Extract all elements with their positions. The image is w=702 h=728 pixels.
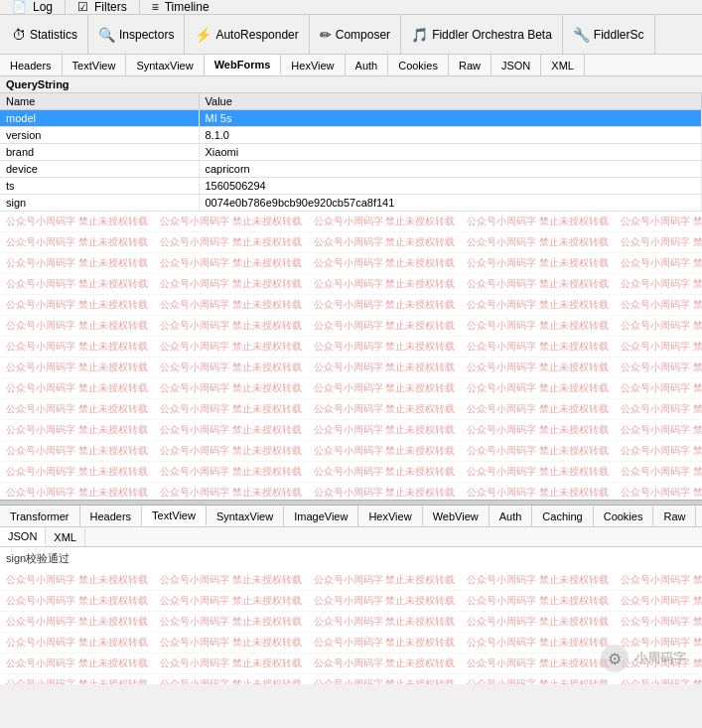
watermark-text: 公众号小周码字 禁止未授权转载 xyxy=(308,298,462,312)
inspectors-tool[interactable]: 🔍 Inspectors xyxy=(88,15,185,54)
watermark-bottom: ⚙ 小周码字 公众号小周码字 禁止未授权转载公众号小周码字 禁止未授权转载公众号… xyxy=(0,570,702,684)
watermark-text: 公众号小周码字 禁止未授权转载 xyxy=(461,465,615,479)
tab-syntaxview[interactable]: SyntaxView xyxy=(126,55,204,75)
watermark-text: 公众号小周码字 禁止未授权转载 xyxy=(154,319,308,333)
inspectors-icon: 🔍 xyxy=(98,27,115,43)
table-row[interactable]: sign0074e0b786e9bcb90e920cb57ca8f141 xyxy=(0,195,702,212)
watermark-text: 公众号小周码字 禁止未授权转载 xyxy=(0,235,154,249)
bottom-tab-syntaxview[interactable]: SyntaxView xyxy=(207,506,284,526)
watermark-line: 公众号小周码字 禁止未授权转载公众号小周码字 禁止未授权转载公众号小周码字 禁止… xyxy=(0,295,702,316)
bottom-subtab-xml[interactable]: XML xyxy=(46,527,85,546)
autoresponder-tool[interactable]: ⚡ AutoResponder xyxy=(185,15,309,54)
statistics-label: Statistics xyxy=(30,28,77,42)
cell-value: 8.1.0 xyxy=(199,127,702,144)
watermark-text: 公众号小周码字 禁止未授权转载 xyxy=(308,594,462,608)
query-string-table-container: Name Value modelMI 5sversion8.1.0brandXi… xyxy=(0,93,702,212)
watermark-text: 公众号小周码字 禁止未授权转载 xyxy=(615,298,702,312)
watermark-text: 公众号小周码字 禁止未授权转载 xyxy=(154,636,308,650)
watermark-line: 公众号小周码字 禁止未授权转载公众号小周码字 禁止未授权转载公众号小周码字 禁止… xyxy=(0,633,702,654)
tab-auth[interactable]: Auth xyxy=(346,55,389,75)
watermark-text: 公众号小周码字 禁止未授权转载 xyxy=(154,340,308,354)
bottom-tab-caching[interactable]: Caching xyxy=(532,506,593,526)
tab-hexview[interactable]: HexView xyxy=(281,55,345,75)
watermark-text: 公众号小周码字 禁止未授权转载 xyxy=(461,594,615,608)
cell-value: 0074e0b786e9bcb90e920cb57ca8f141 xyxy=(199,195,702,212)
bottom-tab-headers[interactable]: Headers xyxy=(80,506,143,526)
cell-name: ts xyxy=(0,178,199,195)
watermark-text: 公众号小周码字 禁止未授权转载 xyxy=(461,444,615,458)
tab-json[interactable]: JSON xyxy=(491,55,541,75)
tab-xml[interactable]: XML xyxy=(541,55,585,75)
bottom-tab-webview[interactable]: WebView xyxy=(423,506,490,526)
watermark-text: 公众号小周码字 禁止未授权转载 xyxy=(154,215,308,228)
watermark-text: 公众号小周码字 禁止未授权转载 xyxy=(0,402,154,416)
watermark-line: 公众号小周码字 禁止未授权转载公众号小周码字 禁止未授权转载公众号小周码字 禁止… xyxy=(0,399,702,420)
autoresponder-icon: ⚡ xyxy=(195,27,211,43)
watermark-text: 公众号小周码字 禁止未授权转载 xyxy=(615,361,702,374)
sign-label: sign校验通过 xyxy=(6,552,70,564)
fiddlersc-tool[interactable]: 🔧 FiddlerSc xyxy=(563,15,655,54)
timeline-icon: ≡ xyxy=(152,0,159,14)
table-row[interactable]: devicecapricorn xyxy=(0,161,702,178)
watermark-text: 公众号小周码字 禁止未授权转载 xyxy=(461,677,615,684)
bottom-tab-textview[interactable]: TextView xyxy=(142,506,207,526)
table-row[interactable]: modelMI 5s xyxy=(0,110,702,127)
watermark-text: 公众号小周码字 禁止未授权转载 xyxy=(154,656,308,670)
bottom-tab-hexview[interactable]: HexView xyxy=(358,506,422,526)
tab-textview[interactable]: TextView xyxy=(63,55,127,75)
table-row[interactable]: brandXiaomi xyxy=(0,144,702,161)
watermark-text: 公众号小周码字 禁止未授权转载 xyxy=(154,594,308,608)
log-icon: 📄 xyxy=(12,0,27,14)
statistics-tool[interactable]: ⏱ Statistics xyxy=(2,15,88,54)
bottom-subtab-json[interactable]: JSON xyxy=(0,527,46,546)
filters-section[interactable]: ☑ Filters xyxy=(66,0,140,14)
bottom-tab-raw[interactable]: Raw xyxy=(653,506,696,526)
tab-webforms[interactable]: WebForms xyxy=(205,55,282,75)
composer-label: Composer xyxy=(336,28,390,42)
watermark-text: 公众号小周码字 禁止未授权转载 xyxy=(0,444,154,458)
bottom-tab-transformer[interactable]: Transformer xyxy=(0,506,80,526)
watermark-text: 公众号小周码字 禁止未授权转载 xyxy=(308,256,462,270)
fiddler-orchestra-tool[interactable]: 🎵 Fiddler Orchestra Beta xyxy=(401,15,563,54)
cell-name: version xyxy=(0,127,199,144)
bottom-tab-bar: TransformerHeadersTextViewSyntaxViewImag… xyxy=(0,506,702,527)
watermark-text: 公众号小周码字 禁止未授权转载 xyxy=(615,256,702,270)
watermark-text: 公众号小周码字 禁止未授权转载 xyxy=(615,215,702,228)
watermark-text: 公众号小周码字 禁止未授权转载 xyxy=(308,573,462,587)
watermark-text: 公众号小周码字 禁止未授权转载 xyxy=(615,486,702,500)
value-column-header: Value xyxy=(199,93,702,110)
cell-name: model xyxy=(0,110,199,127)
watermark-text: 公众号小周码字 禁止未授权转载 xyxy=(461,256,615,270)
watermark-text: 公众号小周码字 禁止未授权转载 xyxy=(615,319,702,333)
timeline-section[interactable]: ≡ Timeline xyxy=(140,0,221,14)
watermark-text: 公众号小周码字 禁止未授权转载 xyxy=(0,636,154,650)
fiddler-orchestra-label: Fiddler Orchestra Beta xyxy=(432,28,552,42)
watermark-text: 公众号小周码字 禁止未授权转载 xyxy=(154,381,308,395)
top-toolbar: 📄 Log ☑ Filters ≡ Timeline xyxy=(0,0,702,15)
composer-tool[interactable]: ✏ Composer xyxy=(310,15,401,54)
composer-icon: ✏ xyxy=(320,27,332,43)
table-row[interactable]: ts1560506294 xyxy=(0,178,702,195)
cell-name: device xyxy=(0,161,199,178)
section-label: QueryString xyxy=(0,76,702,93)
watermark-text: 公众号小周码字 禁止未授权转载 xyxy=(0,594,154,608)
table-row[interactable]: version8.1.0 xyxy=(0,127,702,144)
watermark-text: 公众号小周码字 禁止未授权转载 xyxy=(615,444,702,458)
bottom-subtab-bar: JSONXML xyxy=(0,527,702,547)
query-string-table: Name Value modelMI 5sversion8.1.0brandXi… xyxy=(0,93,702,212)
watermark-line: 公众号小周码字 禁止未授权转载公众号小周码字 禁止未授权转载公众号小周码字 禁止… xyxy=(0,591,702,612)
watermark-line: 公众号小周码字 禁止未授权转载公众号小周码字 禁止未授权转载公众号小周码字 禁止… xyxy=(0,612,702,633)
log-section[interactable]: 📄 Log xyxy=(0,0,66,14)
watermark-text: 公众号小周码字 禁止未授权转载 xyxy=(615,423,702,437)
tab-headers[interactable]: Headers xyxy=(0,55,63,75)
watermark-text: 公众号小周码字 禁止未授权转载 xyxy=(154,361,308,374)
bottom-tab-imageview[interactable]: ImageView xyxy=(284,506,358,526)
tab-raw[interactable]: Raw xyxy=(449,55,491,75)
watermark-text: 公众号小周码字 禁止未授权转载 xyxy=(0,381,154,395)
bottom-tab-auth[interactable]: Auth xyxy=(490,506,533,526)
watermark-text: 公众号小周码字 禁止未授权转载 xyxy=(0,298,154,312)
tab-cookies[interactable]: Cookies xyxy=(388,55,449,75)
watermark-line: 公众号小周码字 禁止未授权转载公众号小周码字 禁止未授权转载公众号小周码字 禁止… xyxy=(0,570,702,591)
bottom-tab-cookies[interactable]: Cookies xyxy=(594,506,654,526)
watermark-text: 公众号小周码字 禁止未授权转载 xyxy=(461,215,615,228)
